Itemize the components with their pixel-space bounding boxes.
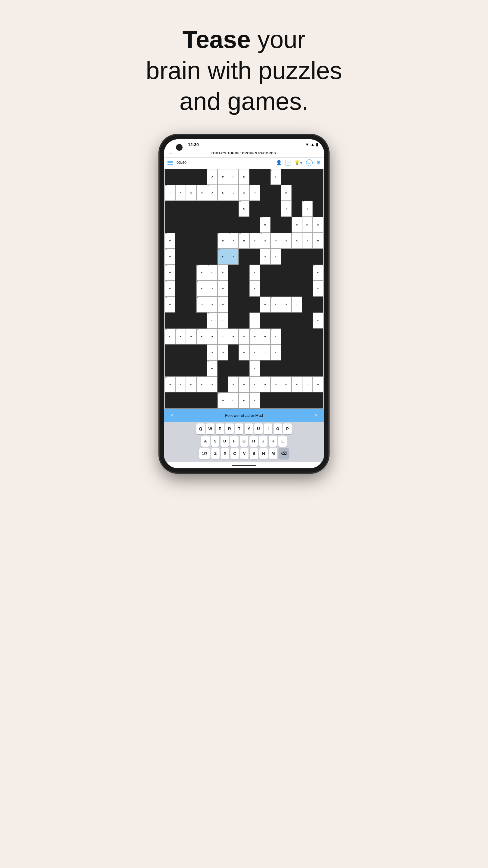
- key-n[interactable]: N: [259, 448, 268, 459]
- key-m[interactable]: M: [269, 448, 278, 459]
- crossword-cell[interactable]: H: [250, 185, 260, 201]
- crossword-cell[interactable]: I: [281, 201, 292, 217]
- crossword-cell[interactable]: E: [207, 344, 218, 361]
- crossword-cell[interactable]: 30L: [218, 249, 228, 265]
- crossword-cell[interactable]: E: [207, 297, 218, 313]
- key-backspace[interactable]: ⌫: [279, 448, 289, 459]
- crossword-cell[interactable]: A: [260, 376, 270, 393]
- crossword-cell[interactable]: 28A: [260, 233, 270, 249]
- crossword-cell[interactable]: 13A: [207, 185, 218, 201]
- key-p[interactable]: P: [283, 424, 292, 434]
- crossword-cell[interactable]: 26A: [228, 233, 238, 249]
- crossword-cell[interactable]: 34D: [207, 265, 218, 281]
- key-d[interactable]: D: [221, 436, 229, 447]
- crossword-cell[interactable]: M: [302, 217, 313, 233]
- key-z[interactable]: Z: [211, 448, 220, 459]
- crossword-cell[interactable]: 29U: [165, 249, 175, 265]
- crossword-cell[interactable]: N: [302, 233, 313, 249]
- crossword-cell[interactable]: R: [270, 233, 281, 249]
- crossword-cell[interactable]: A: [292, 233, 302, 249]
- crossword-cell[interactable]: S: [186, 185, 196, 201]
- crossword-cell[interactable]: 17E: [238, 201, 249, 217]
- key-i[interactable]: I: [264, 424, 272, 434]
- crossword-cell[interactable]: 47A: [270, 297, 281, 313]
- crossword-cell[interactable]: T: [250, 376, 260, 393]
- crossword-cell[interactable]: E: [238, 393, 249, 408]
- crossword-cell[interactable]: N: [313, 376, 323, 393]
- key-a[interactable]: A: [201, 436, 210, 447]
- crossword-cell[interactable]: T: [260, 344, 270, 361]
- crossword-cell[interactable]: A: [238, 185, 249, 201]
- back-button[interactable]: ←: [168, 150, 174, 156]
- key-u[interactable]: U: [254, 424, 263, 434]
- crossword-cell[interactable]: O: [228, 393, 238, 408]
- crossword-cell[interactable]: 45G: [196, 297, 207, 313]
- crossword-cell[interactable]: 32R: [165, 265, 175, 281]
- crossword-cell[interactable]: I: [228, 249, 238, 265]
- crossword-cell[interactable]: A: [207, 281, 218, 297]
- crossword-cell[interactable]: 12I: [165, 185, 175, 201]
- crossword-cell[interactable]: 39E: [313, 265, 323, 281]
- crossword-cell[interactable]: 27R: [238, 233, 249, 249]
- crossword-cell[interactable]: 72D: [218, 393, 228, 408]
- crossword-cell[interactable]: 51U: [207, 313, 218, 329]
- key-t[interactable]: T: [235, 424, 243, 434]
- crossword-cell[interactable]: 57A: [270, 329, 281, 344]
- key-v[interactable]: V: [240, 448, 249, 459]
- crossword-cell[interactable]: N: [313, 233, 323, 249]
- crossword-grid[interactable]: 5APPS8T12INSH13ALLAHR17EI19S20RBMW23P25B…: [164, 169, 324, 409]
- crossword-cell[interactable]: P: [228, 169, 238, 185]
- key-123[interactable]: 123: [199, 448, 210, 459]
- crossword-cell[interactable]: B: [250, 233, 260, 249]
- crossword-cell[interactable]: N: [270, 376, 281, 393]
- crossword-cell[interactable]: 41E: [196, 281, 207, 297]
- settings-icon[interactable]: ⚙: [316, 160, 321, 165]
- crossword-cell[interactable]: N: [218, 281, 228, 297]
- key-o[interactable]: O: [273, 424, 282, 434]
- r-icon[interactable]: R: [306, 159, 313, 166]
- crossword-cell[interactable]: Z: [218, 313, 228, 329]
- hint-icon[interactable]: 💡▾: [294, 160, 302, 165]
- crossword-cell[interactable]: U: [302, 376, 313, 393]
- crossword-cell[interactable]: L: [218, 185, 228, 201]
- crossword-cell[interactable]: 64M: [207, 361, 218, 376]
- crossword-cell[interactable]: T: [250, 265, 260, 281]
- key-c[interactable]: C: [230, 448, 239, 459]
- crossword-cell[interactable]: E: [250, 281, 260, 297]
- key-h[interactable]: H: [250, 436, 258, 447]
- crossword-cell[interactable]: R: [281, 185, 292, 201]
- crossword-cell[interactable]: O: [238, 329, 249, 344]
- crossword-cell[interactable]: R: [292, 376, 302, 393]
- crossword-cell[interactable]: N: [175, 376, 186, 393]
- crossword-cell[interactable]: D: [281, 376, 292, 393]
- key-x[interactable]: X: [221, 448, 229, 459]
- crossword-cell[interactable]: A: [260, 249, 270, 265]
- crossword-cell[interactable]: 44E: [165, 297, 175, 313]
- crossword-cell[interactable]: P: [218, 169, 228, 185]
- crossword-cell[interactable]: L: [228, 185, 238, 201]
- crossword-cell[interactable]: T: [250, 344, 260, 361]
- crossword-cell[interactable]: B: [292, 217, 302, 233]
- crossword-cell[interactable]: S: [238, 169, 249, 185]
- next-clue-button[interactable]: >: [312, 412, 320, 418]
- crossword-cell[interactable]: 55R: [196, 329, 207, 344]
- crossword-cell[interactable]: E: [260, 297, 270, 313]
- crossword-cell[interactable]: A: [281, 233, 292, 249]
- key-y[interactable]: Y: [245, 424, 253, 434]
- crossword-cell[interactable]: C: [250, 313, 260, 329]
- crossword-cell[interactable]: A: [313, 313, 323, 329]
- crossword-cell[interactable]: 56M: [250, 329, 260, 344]
- crossword-cell[interactable]: 23P: [165, 233, 175, 249]
- crossword-cell[interactable]: R: [196, 376, 207, 393]
- crossword-cell[interactable]: 5A: [207, 169, 218, 185]
- key-r[interactable]: R: [225, 424, 234, 434]
- crossword-cell[interactable]: D: [186, 376, 196, 393]
- crossword-cell[interactable]: E: [207, 376, 218, 393]
- key-s[interactable]: S: [211, 436, 219, 447]
- crossword-cell[interactable]: A: [238, 376, 249, 393]
- crossword-cell[interactable]: H: [196, 185, 207, 201]
- crossword-cell[interactable]: B: [228, 329, 238, 344]
- crossword-cell[interactable]: 8T: [270, 169, 281, 185]
- crossword-cell[interactable]: 19S: [302, 201, 313, 217]
- crossword-cell[interactable]: R: [207, 329, 218, 344]
